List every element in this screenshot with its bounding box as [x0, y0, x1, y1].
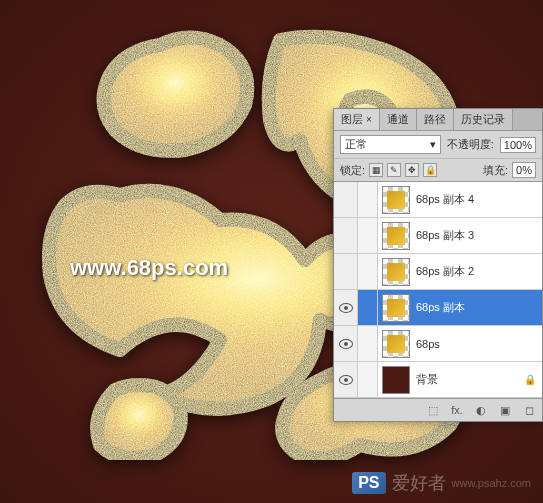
mask-icon[interactable]: ◐ — [472, 402, 490, 418]
close-icon[interactable]: × — [366, 114, 372, 125]
link-column — [358, 290, 378, 325]
fill-label: 填充: — [483, 163, 508, 178]
tab-channels[interactable]: 通道 — [380, 109, 417, 130]
visibility-toggle[interactable] — [334, 326, 358, 361]
layer-list: 68ps 副本 468ps 副本 368ps 副本 268ps 副本68ps背景… — [334, 182, 542, 398]
opacity-value[interactable]: 100% — [500, 137, 536, 153]
layers-panel: 图层× 通道 路径 历史记录 正常▾ 不透明度: 100% 锁定: ▦ ✎ ✥ … — [333, 108, 543, 422]
blend-mode-select[interactable]: 正常▾ — [340, 135, 441, 154]
layer-thumbnail[interactable] — [382, 366, 410, 394]
bottom-watermark: PS 爱好者 www.psahz.com — [352, 471, 531, 495]
layer-row[interactable]: 68ps 副本 — [334, 290, 542, 326]
eye-icon — [339, 339, 353, 349]
fill-value[interactable]: 0% — [512, 162, 536, 178]
layer-row[interactable]: 68ps 副本 2 — [334, 254, 542, 290]
lock-all-icon[interactable]: 🔒 — [423, 163, 437, 177]
layer-thumbnail[interactable] — [382, 294, 410, 322]
tab-history[interactable]: 历史记录 — [454, 109, 513, 130]
layer-name[interactable]: 68ps — [414, 338, 440, 350]
layer-row[interactable]: 68ps 副本 3 — [334, 218, 542, 254]
layer-row[interactable]: 68ps 副本 4 — [334, 182, 542, 218]
layer-name[interactable]: 68ps 副本 — [414, 300, 465, 315]
fx-icon[interactable]: fx. — [448, 402, 466, 418]
visibility-toggle[interactable] — [334, 290, 358, 325]
link-column — [358, 218, 378, 253]
opacity-label: 不透明度: — [447, 137, 494, 152]
new-layer-icon[interactable]: ▣ — [496, 402, 514, 418]
visibility-toggle[interactable] — [334, 182, 358, 217]
tab-paths[interactable]: 路径 — [417, 109, 454, 130]
blend-mode-row: 正常▾ 不透明度: 100% — [334, 131, 542, 159]
lock-icon: 🔒 — [524, 374, 536, 385]
visibility-toggle[interactable] — [334, 362, 358, 397]
link-column — [358, 326, 378, 361]
adjustment-icon[interactable]: ◻ — [520, 402, 538, 418]
chevron-down-icon: ▾ — [430, 138, 436, 151]
layer-row[interactable]: 68ps — [334, 326, 542, 362]
lock-transparency-icon[interactable]: ▦ — [369, 163, 383, 177]
lock-move-icon[interactable]: ✥ — [405, 163, 419, 177]
watermark-text: www.68ps.com — [70, 255, 228, 281]
layer-name[interactable]: 68ps 副本 4 — [414, 192, 474, 207]
layer-name[interactable]: 68ps 副本 3 — [414, 228, 474, 243]
link-column — [358, 182, 378, 217]
eye-icon — [339, 375, 353, 385]
link-column — [358, 254, 378, 289]
panel-tabs: 图层× 通道 路径 历史记录 — [334, 109, 542, 131]
layer-thumbnail[interactable] — [382, 222, 410, 250]
layer-name[interactable]: 68ps 副本 2 — [414, 264, 474, 279]
layer-row[interactable]: 背景🔒 — [334, 362, 542, 398]
lock-paint-icon[interactable]: ✎ — [387, 163, 401, 177]
layer-thumbnail[interactable] — [382, 330, 410, 358]
link-column — [358, 362, 378, 397]
layer-thumbnail[interactable] — [382, 258, 410, 286]
link-layers-icon[interactable]: ⬚ — [424, 402, 442, 418]
ps-logo: PS — [352, 472, 385, 494]
tab-layers[interactable]: 图层× — [334, 109, 380, 130]
lock-row: 锁定: ▦ ✎ ✥ 🔒 填充: 0% — [334, 159, 542, 182]
layer-thumbnail[interactable] — [382, 186, 410, 214]
eye-icon — [339, 303, 353, 313]
layer-name[interactable]: 背景 — [414, 372, 438, 387]
panel-footer: ⬚ fx. ◐ ▣ ◻ — [334, 398, 542, 421]
visibility-toggle[interactable] — [334, 254, 358, 289]
visibility-toggle[interactable] — [334, 218, 358, 253]
lock-label: 锁定: — [340, 163, 365, 178]
